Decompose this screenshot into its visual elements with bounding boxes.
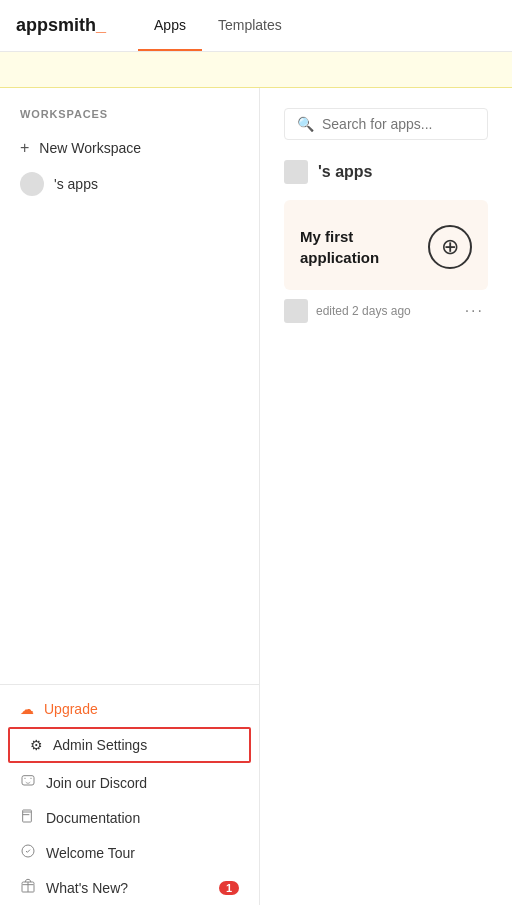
workspace-section-name: 's apps (318, 163, 373, 181)
new-workspace-button[interactable]: + New Workspace (0, 132, 259, 164)
book-icon (20, 808, 36, 827)
sidebar-item-workspace[interactable]: 's apps (0, 164, 259, 204)
upgrade-button[interactable]: ☁ Upgrade (0, 693, 259, 725)
app-name: My first application (300, 226, 428, 268)
tour-icon (20, 843, 36, 862)
search-bar[interactable]: 🔍 (284, 108, 488, 140)
app-card[interactable]: My first application ⊕ (284, 200, 488, 290)
workspace-title-avatar (284, 160, 308, 184)
sidebar-bottom: ☁ Upgrade ⚙ Admin Settings Join our Disc… (0, 684, 259, 905)
workspace-section-title: 's apps (284, 160, 488, 184)
sidebar-spacer (0, 204, 259, 684)
tab-templates[interactable]: Templates (202, 0, 298, 51)
whats-new-button[interactable]: What's New? 1 (0, 870, 259, 905)
whats-new-badge: 1 (219, 881, 239, 895)
upgrade-label: Upgrade (44, 701, 98, 717)
add-app-button[interactable]: ⊕ (428, 225, 472, 269)
logo-cursor: _ (96, 15, 106, 36)
app-edit-time: edited 2 days ago (316, 304, 411, 318)
app-card-container: My first application ⊕ edited 2 days ago… (284, 200, 488, 324)
upgrade-icon: ☁ (20, 701, 34, 717)
discord-label: Join our Discord (46, 775, 147, 791)
main-layout: WORKSPACES + New Workspace 's apps ☁ Upg… (0, 88, 512, 905)
nav-tabs: Apps Templates (138, 0, 298, 51)
welcome-tour-label: Welcome Tour (46, 845, 135, 861)
workspace-avatar (20, 172, 44, 196)
app-more-button[interactable]: ··· (461, 298, 488, 324)
announcement-banner (0, 52, 512, 88)
logo-text: appsmith (16, 15, 96, 36)
welcome-tour-button[interactable]: Welcome Tour (0, 835, 259, 870)
search-input[interactable] (322, 116, 475, 132)
content-area: 🔍 's apps My first application ⊕ edited … (260, 88, 512, 905)
sidebar: WORKSPACES + New Workspace 's apps ☁ Upg… (0, 88, 260, 905)
admin-settings-label: Admin Settings (53, 737, 147, 753)
app-editor-avatar (284, 299, 308, 323)
discord-icon (20, 773, 36, 792)
documentation-label: Documentation (46, 810, 140, 826)
workspaces-title: WORKSPACES (0, 108, 259, 132)
workspace-name: 's apps (54, 176, 98, 192)
documentation-button[interactable]: Documentation (0, 800, 259, 835)
search-icon: 🔍 (297, 116, 314, 132)
gear-icon: ⚙ (30, 737, 43, 753)
gift-icon (20, 878, 36, 897)
app-footer: edited 2 days ago ··· (284, 290, 488, 324)
logo[interactable]: appsmith_ (16, 15, 106, 36)
whats-new-label: What's New? (46, 880, 128, 896)
plus-icon: + (20, 140, 29, 156)
app-footer-left: edited 2 days ago (284, 299, 411, 323)
discord-button[interactable]: Join our Discord (0, 765, 259, 800)
new-workspace-label: New Workspace (39, 140, 141, 156)
header: appsmith_ Apps Templates (0, 0, 512, 52)
tab-apps[interactable]: Apps (138, 0, 202, 51)
admin-settings-button[interactable]: ⚙ Admin Settings (8, 727, 251, 763)
